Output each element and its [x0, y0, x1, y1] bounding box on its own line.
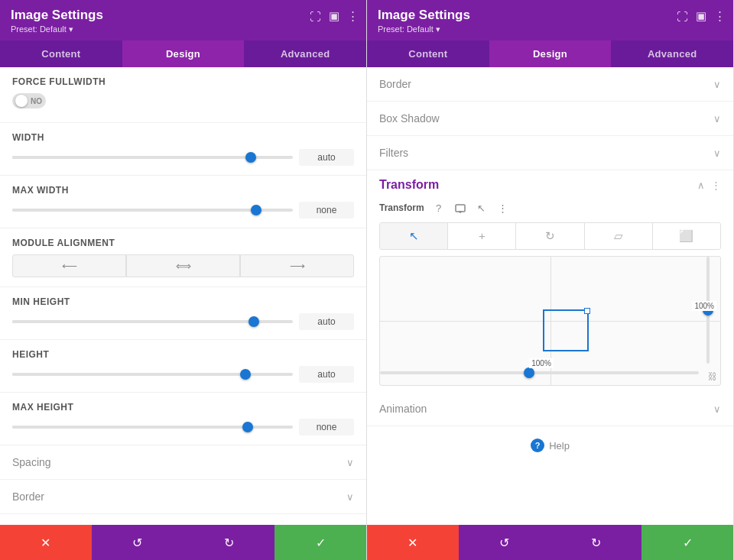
left-cancel-button[interactable]: ✕ — [0, 525, 92, 560]
tab-design-left[interactable]: Design — [122, 40, 245, 67]
left-panel-body: Force Fullwidth NO Width auto Max Width — [0, 67, 366, 525]
right-more-icon[interactable]: ⋮ — [714, 9, 726, 23]
align-right-button[interactable]: ⟶ — [240, 254, 354, 277]
transform-more-icon[interactable]: ⋮ — [711, 180, 721, 191]
max-width-slider-row: none — [12, 202, 354, 218]
transform-device-icon[interactable] — [452, 199, 469, 216]
right-redo-button[interactable]: ↻ — [550, 525, 642, 560]
left-panel: Image Settings Preset: Default ▾ ⛶ ▣ ⋮ C… — [0, 0, 367, 560]
tab-content-left[interactable]: Content — [0, 40, 122, 67]
align-left-button[interactable]: ⟵ — [12, 254, 126, 277]
height-label: Height — [12, 349, 354, 360]
height-input[interactable]: auto — [299, 366, 354, 383]
more-icon[interactable]: ⋮ — [347, 9, 359, 23]
transform-options-icon[interactable]: ⋮ — [495, 199, 512, 216]
max-width-slider-thumb[interactable] — [251, 205, 261, 215]
transform-tab-scale[interactable]: ⬜ — [653, 223, 720, 249]
max-height-input[interactable]: none — [299, 419, 354, 435]
toggle-knob — [15, 95, 28, 107]
animation-chevron-icon: ∨ — [713, 403, 721, 415]
border-label-right: Border — [379, 78, 411, 90]
canvas-slider-horizontal-thumb[interactable] — [524, 367, 534, 378]
layout-icon[interactable]: ▣ — [329, 9, 339, 23]
right-panel-header: Image Settings Preset: Default ▾ ⛶ ▣ ⋮ — [367, 0, 733, 40]
right-reset-button[interactable]: ↺ — [459, 525, 550, 560]
width-input[interactable]: auto — [299, 149, 354, 166]
align-center-button[interactable]: ⟺ — [126, 254, 240, 277]
box-shadow-collapsible-right[interactable]: Box Shadow ∨ — [367, 102, 733, 136]
canvas-link-icon[interactable]: ⛓ — [708, 371, 717, 382]
transform-title: Transform — [379, 178, 439, 192]
filters-collapsible[interactable]: Filters ∨ — [367, 136, 733, 170]
max-width-section: Max Width none — [0, 176, 366, 228]
spacing-chevron-icon: ∨ — [346, 457, 354, 468]
right-layout-icon[interactable]: ▣ — [696, 9, 706, 23]
module-alignment-section: Module Alignment ⟵ ⟺ ⟶ — [0, 228, 366, 287]
tab-content-right[interactable]: Content — [367, 40, 489, 67]
left-panel-preset[interactable]: Preset: Default ▾ — [11, 24, 356, 34]
force-fullwidth-toggle[interactable]: NO — [12, 93, 46, 108]
left-redo-button[interactable]: ↻ — [184, 525, 275, 560]
max-height-label: Max Height — [12, 402, 354, 413]
help-row: ? Help — [367, 426, 733, 465]
fullscreen-icon[interactable]: ⛶ — [310, 10, 321, 23]
spacing-collapsible[interactable]: Spacing ∨ — [0, 445, 366, 480]
left-save-button[interactable]: ✓ — [274, 525, 366, 560]
transform-box[interactable] — [543, 309, 589, 351]
left-panel-title: Image Settings — [11, 8, 356, 23]
filters-label: Filters — [379, 147, 408, 159]
height-slider-row: auto — [12, 366, 354, 383]
canvas-slider-horizontal[interactable] — [380, 371, 699, 374]
animation-label: Animation — [379, 403, 427, 415]
transform-box-handle[interactable] — [584, 308, 590, 314]
transform-controls: Transform ? ↖ ⋮ — [379, 199, 721, 216]
width-label: Width — [12, 132, 354, 143]
right-panel-header-icons: ⛶ ▣ ⋮ — [677, 9, 726, 23]
transform-canvas: 100% 100% ⛓ — [379, 256, 721, 386]
height-slider-track[interactable] — [12, 373, 293, 376]
right-panel-body: Border ∨ Box Shadow ∨ Filters ∨ Transfor… — [367, 67, 733, 525]
transform-tab-add[interactable]: + — [448, 223, 516, 249]
help-label[interactable]: Help — [549, 440, 570, 452]
tab-advanced-left[interactable]: Advanced — [244, 40, 366, 67]
animation-collapsible[interactable]: Animation ∨ — [367, 392, 733, 426]
canvas-slider-vertical-value: 100% — [692, 301, 716, 311]
right-panel-preset[interactable]: Preset: Default ▾ — [378, 24, 723, 34]
min-height-slider-track[interactable] — [12, 320, 293, 323]
border-chevron-icon-left: ∨ — [346, 491, 354, 503]
right-cancel-button[interactable]: ✕ — [367, 525, 459, 560]
box-shadow-collapsible-left[interactable]: Box Shadow ∨ — [0, 514, 366, 525]
max-height-slider-thumb[interactable] — [242, 422, 253, 432]
transform-tab-rotate[interactable]: ↻ — [516, 223, 584, 249]
transform-collapse-icon[interactable]: ∧ — [697, 180, 705, 191]
height-slider-thumb[interactable] — [240, 369, 251, 380]
tab-design-right[interactable]: Design — [489, 40, 612, 67]
left-panel-tabs: Content Design Advanced — [0, 40, 366, 67]
right-save-button[interactable]: ✓ — [641, 525, 733, 560]
min-height-input[interactable]: auto — [299, 313, 354, 330]
alignment-row: ⟵ ⟺ ⟶ — [12, 254, 354, 277]
transform-icon-group: ? ↖ ⋮ — [430, 199, 512, 216]
transform-tab-move[interactable]: ↖ — [380, 223, 448, 249]
transform-cursor-icon[interactable]: ↖ — [473, 199, 490, 216]
width-slider-track[interactable] — [12, 156, 293, 159]
filters-chevron-icon: ∨ — [713, 147, 721, 159]
max-height-slider-track[interactable] — [12, 426, 293, 429]
transform-tab-skew[interactable]: ▱ — [585, 223, 653, 249]
tab-advanced-right[interactable]: Advanced — [611, 40, 733, 67]
left-reset-button[interactable]: ↺ — [92, 525, 184, 560]
right-fullscreen-icon[interactable]: ⛶ — [677, 10, 688, 23]
left-panel-header: Image Settings Preset: Default ▾ ⛶ ▣ ⋮ — [0, 0, 366, 40]
help-icon[interactable]: ? — [531, 439, 544, 452]
max-width-slider-track[interactable] — [12, 209, 293, 212]
width-slider-thumb[interactable] — [245, 152, 256, 163]
border-collapsible-left[interactable]: Border ∨ — [0, 480, 366, 514]
max-width-input[interactable]: none — [299, 202, 354, 218]
max-height-slider-row: none — [12, 419, 354, 435]
border-collapsible-right[interactable]: Border ∨ — [367, 67, 733, 102]
right-panel-tabs: Content Design Advanced — [367, 40, 733, 67]
min-height-slider-thumb[interactable] — [248, 316, 259, 327]
transform-question-icon[interactable]: ? — [430, 199, 447, 216]
left-panel-header-icons: ⛶ ▣ ⋮ — [310, 9, 359, 23]
max-height-section: Max Height none — [0, 393, 366, 445]
